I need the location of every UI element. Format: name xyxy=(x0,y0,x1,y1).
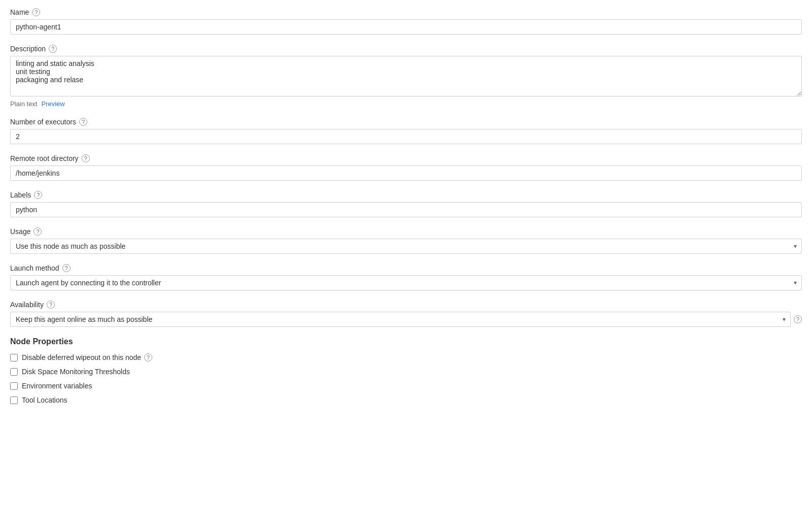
executors-label: Number of executors ? xyxy=(10,118,802,126)
node-properties-title: Node Properties xyxy=(10,337,802,346)
availability-select-wrapper: Keep this agent online as much as possib… xyxy=(10,312,791,327)
remote-root-help-icon[interactable]: ? xyxy=(82,154,90,162)
labels-label: Labels ? xyxy=(10,191,802,199)
labels-label-text: Labels xyxy=(10,191,31,199)
text-format-row: Plain text Preview xyxy=(10,100,802,108)
checkbox-row-3: Tool Locations xyxy=(10,396,802,404)
usage-label: Usage ? xyxy=(10,227,802,236)
executors-input[interactable] xyxy=(10,129,802,144)
checkbox-row-2: Environment variables xyxy=(10,382,802,390)
checkbox-row-1: Disk Space Monitoring Thresholds xyxy=(10,368,802,376)
launch-method-select[interactable]: Launch agent by connecting it to the con… xyxy=(10,275,802,290)
description-textarea[interactable] xyxy=(10,56,802,96)
description-field-group: Description ? Plain text Preview xyxy=(10,45,802,108)
availability-label: Availability ? xyxy=(10,301,802,309)
availability-label-text: Availability xyxy=(10,301,44,309)
availability-extra-help-icon[interactable]: ? xyxy=(794,315,802,323)
availability-select[interactable]: Keep this agent online as much as possib… xyxy=(10,312,791,327)
name-label: Name ? xyxy=(10,8,802,16)
launch-method-field-group: Launch method ? Launch agent by connecti… xyxy=(10,264,802,290)
checkbox-env-vars[interactable] xyxy=(10,382,18,390)
checkbox-label-1: Disk Space Monitoring Thresholds xyxy=(22,368,130,376)
remote-root-label: Remote root directory ? xyxy=(10,154,802,162)
usage-field-group: Usage ? Use this node as much as possibl… xyxy=(10,227,802,254)
preview-link[interactable]: Preview xyxy=(41,100,64,108)
usage-help-icon[interactable]: ? xyxy=(33,227,42,236)
name-help-icon[interactable]: ? xyxy=(32,8,40,16)
name-field-group: Name ? xyxy=(10,8,802,35)
checkbox-label-2: Environment variables xyxy=(22,382,92,390)
plain-text-label: Plain text xyxy=(10,100,37,108)
labels-field-group: Labels ? xyxy=(10,191,802,217)
disable-wipeout-help-icon[interactable]: ? xyxy=(144,353,152,361)
executors-label-text: Number of executors xyxy=(10,118,76,126)
availability-help-icon[interactable]: ? xyxy=(47,301,55,309)
labels-help-icon[interactable]: ? xyxy=(34,191,42,199)
launch-method-label-text: Launch method xyxy=(10,264,59,272)
usage-label-text: Usage xyxy=(10,227,30,236)
node-properties-section: Node Properties Disable deferred wipeout… xyxy=(10,337,802,404)
remote-root-label-text: Remote root directory xyxy=(10,154,79,162)
checkbox-disk-space[interactable] xyxy=(10,368,18,376)
checkbox-row-0: Disable deferred wipeout on this node ? xyxy=(10,353,802,361)
description-help-icon[interactable]: ? xyxy=(49,45,57,53)
checkbox-label-3: Tool Locations xyxy=(22,396,67,404)
checkbox-tool-locations[interactable] xyxy=(10,397,18,404)
description-label: Description ? xyxy=(10,45,802,53)
remote-root-field-group: Remote root directory ? xyxy=(10,154,802,181)
executors-field-group: Number of executors ? xyxy=(10,118,802,144)
usage-select-wrapper: Use this node as much as possibleOnly bu… xyxy=(10,239,802,254)
remote-root-input[interactable] xyxy=(10,166,802,181)
description-label-text: Description xyxy=(10,45,46,53)
launch-method-help-icon[interactable]: ? xyxy=(62,264,71,272)
checkbox-disable-wipeout[interactable] xyxy=(10,354,18,361)
checkbox-label-0: Disable deferred wipeout on this node ? xyxy=(22,353,152,361)
usage-select[interactable]: Use this node as much as possibleOnly bu… xyxy=(10,239,802,254)
availability-field-group: Availability ? Keep this agent online as… xyxy=(10,301,802,327)
executors-help-icon[interactable]: ? xyxy=(79,118,87,126)
labels-input[interactable] xyxy=(10,202,802,217)
name-label-text: Name xyxy=(10,8,29,16)
launch-method-label: Launch method ? xyxy=(10,264,802,272)
name-input[interactable] xyxy=(10,19,802,35)
launch-method-select-wrapper: Launch agent by connecting it to the con… xyxy=(10,275,802,290)
